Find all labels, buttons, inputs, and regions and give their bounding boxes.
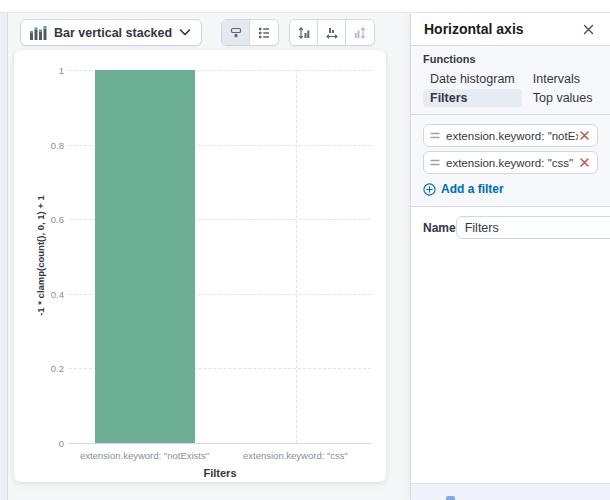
function-option[interactable]: Filters bbox=[423, 89, 522, 107]
visual-options-icon bbox=[229, 26, 243, 40]
filters-list: extension.keyword: "notExists"extension.… bbox=[423, 124, 598, 174]
bottom-axis-button[interactable] bbox=[318, 20, 346, 45]
y-axis-title: -1 * clamp(count(), 0, 1) + 1 bbox=[35, 136, 46, 376]
x-gridline bbox=[296, 70, 297, 443]
remove-filter-button[interactable] bbox=[578, 156, 591, 169]
y-tick-label: 1 bbox=[16, 65, 64, 76]
x-tick-label: extension.keyword: "css" bbox=[216, 450, 376, 461]
window-top-strip bbox=[0, 0, 610, 13]
collapsed-sidebar-strip bbox=[0, 13, 8, 500]
bar-segment[interactable] bbox=[95, 70, 195, 443]
drag-handle-icon[interactable] bbox=[430, 159, 440, 166]
filter-pill[interactable]: extension.keyword: "notExists" bbox=[423, 124, 598, 147]
legend-button[interactable] bbox=[250, 20, 278, 45]
bar-stacked-icon bbox=[30, 26, 47, 40]
legend-icon bbox=[257, 26, 271, 40]
name-row: Name bbox=[411, 207, 610, 248]
y-tick-label: 0 bbox=[16, 438, 64, 449]
bottom-axis-icon bbox=[325, 26, 339, 40]
right-axis-icon bbox=[353, 26, 367, 40]
chart-canvas: 00.20.40.60.81extension.keyword: "notExi… bbox=[14, 50, 386, 482]
x-tick-label: extension.keyword: "notExists" bbox=[65, 450, 225, 461]
filter-pill[interactable]: extension.keyword: "css" bbox=[423, 151, 598, 174]
name-field-label: Name bbox=[423, 221, 456, 235]
visual-options-button[interactable] bbox=[222, 20, 250, 45]
display-options-group bbox=[221, 19, 279, 46]
x-axis-title: Filters bbox=[160, 467, 280, 479]
functions-section: Functions Date histogramIntervalsFilters… bbox=[411, 46, 610, 207]
remove-filter-button[interactable] bbox=[578, 129, 591, 142]
lens-toolbar: Bar vertical stacked bbox=[20, 19, 375, 46]
left-axis-button[interactable] bbox=[290, 20, 318, 45]
section-divider bbox=[411, 114, 610, 115]
panel-footer bbox=[411, 483, 610, 500]
dimension-config-panel: Horizontal axis Functions Date histogram… bbox=[410, 13, 610, 500]
functions-heading: Functions bbox=[423, 53, 598, 65]
functions-list: Date histogramIntervalsFiltersTop values bbox=[423, 70, 598, 107]
function-option[interactable]: Top values bbox=[526, 89, 600, 107]
chevron-down-icon bbox=[179, 29, 191, 36]
add-filter-button[interactable]: Add a filter bbox=[423, 182, 504, 196]
drag-handle-icon[interactable] bbox=[430, 132, 440, 139]
right-axis-button bbox=[346, 20, 374, 45]
panel-title: Horizontal axis bbox=[424, 21, 524, 37]
left-axis-icon bbox=[297, 26, 311, 40]
close-icon bbox=[583, 24, 594, 35]
function-option[interactable]: Date histogram bbox=[423, 70, 522, 88]
suggestion-partial-icon bbox=[446, 496, 455, 500]
plus-circle-icon bbox=[423, 183, 436, 196]
panel-header: Horizontal axis bbox=[411, 13, 610, 46]
filter-pill-label: extension.keyword: "css" bbox=[446, 157, 578, 169]
filter-pill-label: extension.keyword: "notExists" bbox=[446, 130, 578, 142]
axis-settings-group bbox=[289, 19, 375, 46]
close-panel-button[interactable] bbox=[581, 22, 596, 37]
add-filter-label: Add a filter bbox=[441, 182, 504, 196]
chart-type-dropdown[interactable]: Bar vertical stacked bbox=[20, 19, 202, 46]
name-input[interactable] bbox=[456, 216, 610, 239]
x-axis-line bbox=[69, 443, 371, 444]
function-option[interactable]: Intervals bbox=[526, 70, 600, 88]
chart-type-label: Bar vertical stacked bbox=[54, 26, 172, 40]
